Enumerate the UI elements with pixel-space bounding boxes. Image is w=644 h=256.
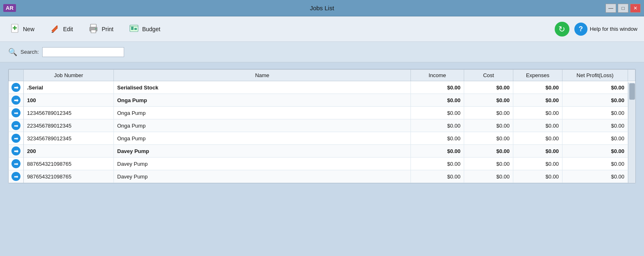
new-icon <box>9 23 20 35</box>
jobs-table: Job Number Name Income Cost Expenses Net… <box>9 69 635 183</box>
title-bar: AR Jobs List — □ ✕ <box>0 0 644 16</box>
col-header-expenses: Expenses <box>513 70 562 81</box>
scrollbar-thumb[interactable] <box>629 83 635 100</box>
minimize-button[interactable]: — <box>605 4 616 13</box>
row-income: $0.00 <box>411 158 464 170</box>
row-cost: $0.00 <box>464 81 513 94</box>
row-job-number: 987654321098765 <box>24 170 114 183</box>
row-arrow-icon[interactable]: ➡ <box>11 83 20 92</box>
row-arrow-cell: ➡ <box>9 107 24 119</box>
row-cost: $0.00 <box>464 170 513 183</box>
table-row: ➡ 887654321098765 Davey Pump $0.00 $0.00… <box>9 158 635 170</box>
row-net-profit: $0.00 <box>562 158 628 170</box>
table-header-row: Job Number Name Income Cost Expenses Net… <box>9 70 635 81</box>
row-expenses: $0.00 <box>513 132 562 145</box>
col-header-net-profit: Net Profit(Loss) <box>562 70 628 81</box>
row-job-number: 887654321098765 <box>24 158 114 170</box>
row-arrow-icon[interactable]: ➡ <box>11 134 20 143</box>
table-row: ➡ .Serial Serialised Stock $0.00 $0.00 $… <box>9 81 635 94</box>
row-name: Onga Pump <box>114 132 411 145</box>
ar-badge: AR <box>3 4 16 12</box>
row-name: Serialised Stock <box>114 81 411 94</box>
new-button[interactable]: New <box>7 21 37 37</box>
row-cost: $0.00 <box>464 119 513 132</box>
row-arrow-cell: ➡ <box>9 94 24 107</box>
table-row: ➡ 100 Onga Pump $0.00 $0.00 $0.00 $0.00 <box>9 94 635 107</box>
col-header-scroll <box>628 70 635 81</box>
col-header-arrow <box>9 70 24 81</box>
budget-icon <box>128 23 140 35</box>
search-bar: 🔍 Search: <box>0 42 644 62</box>
toolbar-right: ↻ ? Help for this window <box>555 22 637 37</box>
close-button[interactable]: ✕ <box>630 4 641 13</box>
restore-button[interactable]: □ <box>618 4 628 13</box>
budget-button[interactable]: Budget <box>126 21 163 37</box>
table-row: ➡ 987654321098765 Davey Pump $0.00 $0.00… <box>9 170 635 183</box>
row-arrow-cell: ➡ <box>9 119 24 132</box>
row-cost: $0.00 <box>464 107 513 119</box>
row-income: $0.00 <box>411 170 464 183</box>
row-net-profit: $0.00 <box>562 119 628 132</box>
svg-rect-10 <box>134 28 137 30</box>
row-net-profit: $0.00 <box>562 81 628 94</box>
row-cost: $0.00 <box>464 158 513 170</box>
toolbar: New Edit Print <box>0 16 644 42</box>
row-expenses: $0.00 <box>513 94 562 107</box>
edit-icon <box>49 23 61 35</box>
row-net-profit: $0.00 <box>562 145 628 158</box>
row-cost: $0.00 <box>464 132 513 145</box>
svg-rect-6 <box>91 30 96 33</box>
print-icon <box>88 23 99 35</box>
row-arrow-icon[interactable]: ➡ <box>11 96 20 105</box>
row-net-profit: $0.00 <box>562 132 628 145</box>
new-label: New <box>23 26 34 32</box>
help-icon: ? <box>574 23 587 36</box>
row-job-number: 223456789012345 <box>24 119 114 132</box>
row-net-profit: $0.00 <box>562 170 628 183</box>
row-expenses: $0.00 <box>513 170 562 183</box>
row-arrow-cell: ➡ <box>9 145 24 158</box>
col-header-cost: Cost <box>464 70 513 81</box>
refresh-button[interactable]: ↻ <box>555 22 569 37</box>
print-label: Print <box>102 26 113 32</box>
row-income: $0.00 <box>411 119 464 132</box>
edit-label: Edit <box>63 26 73 32</box>
search-input[interactable] <box>42 47 124 57</box>
row-net-profit: $0.00 <box>562 94 628 107</box>
col-header-name: Name <box>114 70 411 81</box>
row-income: $0.00 <box>411 94 464 107</box>
row-cost: $0.00 <box>464 145 513 158</box>
row-arrow-icon[interactable]: ➡ <box>11 121 20 130</box>
budget-label: Budget <box>142 26 160 32</box>
search-label: Search: <box>20 49 39 55</box>
row-job-number: 200 <box>24 145 114 158</box>
edit-button[interactable]: Edit <box>47 21 75 37</box>
row-arrow-cell: ➡ <box>9 170 24 183</box>
main-content: Job Number Name Income Cost Expenses Net… <box>0 62 644 256</box>
row-job-number: .Serial <box>24 81 114 94</box>
row-arrow-icon[interactable]: ➡ <box>11 172 20 181</box>
table-row: ➡ 123456789012345 Onga Pump $0.00 $0.00 … <box>9 107 635 119</box>
row-arrow-icon[interactable]: ➡ <box>11 108 20 117</box>
row-job-number: 100 <box>24 94 114 107</box>
row-arrow-cell: ➡ <box>9 132 24 145</box>
svg-point-7 <box>95 28 97 30</box>
window-controls: — □ ✕ <box>605 4 641 13</box>
row-income: $0.00 <box>411 145 464 158</box>
scrollbar[interactable] <box>628 82 635 183</box>
title-bar-left: AR <box>3 4 16 12</box>
row-expenses: $0.00 <box>513 158 562 170</box>
row-name: Onga Pump <box>114 119 411 132</box>
print-button[interactable]: Print <box>85 21 116 37</box>
jobs-table-container: Job Number Name Income Cost Expenses Net… <box>8 69 636 183</box>
row-arrow-icon[interactable]: ➡ <box>11 159 20 168</box>
row-expenses: $0.00 <box>513 119 562 132</box>
row-expenses: $0.00 <box>513 107 562 119</box>
row-income: $0.00 <box>411 81 464 94</box>
row-arrow-icon[interactable]: ➡ <box>11 146 20 155</box>
row-job-number: 323456789012345 <box>24 132 114 145</box>
help-button[interactable]: ? Help for this window <box>574 23 637 36</box>
row-net-profit: $0.00 <box>562 107 628 119</box>
row-arrow-cell: ➡ <box>9 81 24 94</box>
row-expenses: $0.00 <box>513 81 562 94</box>
